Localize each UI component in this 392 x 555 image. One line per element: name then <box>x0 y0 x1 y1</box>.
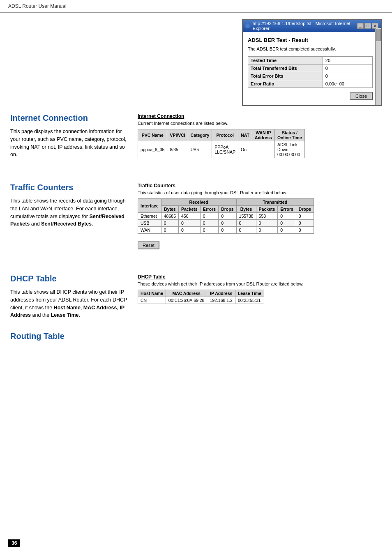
table-row: Tested Time 20 <box>248 57 373 64</box>
table-header-row: Host Name MAC Address IP Address Lease T… <box>138 290 264 297</box>
cell-pvc-name: pppoa_8_35 <box>138 141 167 158</box>
cell-r-drops: 0 <box>219 220 236 227</box>
browser-title: http://192.168.1.1/bertstop.tst - Micros… <box>253 21 357 31</box>
table-header-row-top: Interface Received Transmitted <box>138 199 314 206</box>
manual-title: ADSL Router User Manual <box>8 3 67 9</box>
ber-value-1: 0 <box>323 64 372 72</box>
browser-scrollbar[interactable] <box>375 28 381 105</box>
browser-content: ADSL BER Test - Result The ADSL BER test… <box>243 32 381 105</box>
table-row: CN 00:C1:26:0A:69:28 192.168.1.2 00:23:5… <box>138 297 264 304</box>
col-pvc-name: PVC Name <box>138 129 167 141</box>
cell-r-drops: 0 <box>219 227 236 234</box>
col-category: Category <box>188 129 212 141</box>
ber-value-3: 0.00e+00 <box>323 80 372 88</box>
cell-interface: USB <box>138 220 161 227</box>
ber-label-1: Total Transferred Bits <box>248 64 323 72</box>
cell-wan-ip <box>252 141 274 158</box>
cell-r-errors: 0 <box>200 220 219 227</box>
cell-status: ADSL LinkDown00:00:00:00 <box>274 141 304 158</box>
ber-page-title: ADSL BER Test - Result <box>248 37 373 43</box>
cell-t-bytes: 0 <box>236 220 256 227</box>
table-row: pppoa_8_35 8/35 UBR PPPoALLC/SNAP On ADS… <box>138 141 305 158</box>
cell-ip-address: 192.168.1.2 <box>207 297 235 304</box>
cell-t-drops: 0 <box>296 227 314 234</box>
cell-t-packets: 553 <box>256 213 278 220</box>
table-row: Total Transferred Bits 0 <box>248 64 373 72</box>
ber-value-0: 20 <box>323 57 372 64</box>
col-t-packets: Packets <box>256 206 278 213</box>
cell-r-packets: 0 <box>178 227 200 234</box>
internet-connection-table: PVC Name VPI/VCI Category Protocol NAT W… <box>138 129 305 158</box>
page-number: 36 <box>8 539 20 547</box>
cell-r-bytes: 48685 <box>161 213 178 220</box>
reset-button[interactable]: Reset <box>138 241 159 249</box>
page-header: ADSL Router User Manual <box>0 0 392 13</box>
col-r-errors: Errors <box>200 206 219 213</box>
cell-t-errors: 0 <box>278 213 296 220</box>
col-nat: NAT <box>238 129 252 141</box>
col-status: Status /Online Time <box>274 129 304 141</box>
col-interface: Interface <box>138 199 161 213</box>
internet-connection-section: Internet Connection This page displays t… <box>10 113 382 170</box>
col-t-bytes: Bytes <box>236 206 256 213</box>
cell-host-name: CN <box>138 297 166 304</box>
bold-host-name: Host Name <box>54 305 81 311</box>
col-mac-address: MAC Address <box>166 290 207 297</box>
cell-mac-address: 00:C1:26:0A:69:28 <box>166 297 207 304</box>
routing-table-section: Routing Table <box>10 332 382 341</box>
dhcp-table-description: This table shows all DHCP clients who ge… <box>10 288 129 319</box>
internet-connection-right: Internet Connection Current Internet con… <box>138 113 382 170</box>
internet-connection-description: This page displays the connection inform… <box>10 128 129 159</box>
cell-r-errors: 0 <box>200 213 219 220</box>
scrollbar-thumb <box>376 29 381 41</box>
ber-value-2: 0 <box>323 72 372 80</box>
close-btn-row: Close <box>248 92 373 100</box>
traffic-counters-panel: Traffic Counters This statistics of user… <box>138 183 382 249</box>
ber-label-3: Error Ratio <box>248 80 323 88</box>
col-r-drops: Drops <box>219 206 236 213</box>
bold-lease-time: Lease Time <box>51 312 79 318</box>
cell-nat: On <box>238 141 252 158</box>
cell-t-packets: 0 <box>256 220 278 227</box>
globe-icon <box>245 23 250 28</box>
bold-mac-address: MAC Address <box>83 305 117 311</box>
cell-t-errors: 0 <box>278 220 296 227</box>
table-row: Ethernet 48685 450 0 0 155738 553 0 0 <box>138 213 314 220</box>
traffic-counters-panel-title: Traffic Counters <box>138 183 382 189</box>
maximize-button[interactable]: □ <box>364 23 371 29</box>
traffic-counters-right: Traffic Counters This statistics of user… <box>138 183 382 262</box>
col-received: Received <box>161 199 236 206</box>
cell-t-bytes: 155738 <box>236 213 256 220</box>
internet-connection-panel: Internet Connection Current Internet con… <box>138 113 382 158</box>
traffic-counters-description: This table shows the records of data goi… <box>10 197 129 228</box>
col-t-drops: Drops <box>296 206 314 213</box>
browser-window: http://192.168.1.1/bertstop.tst - Micros… <box>242 19 382 106</box>
internet-connection-title: Internet Connection <box>10 113 129 123</box>
cell-interface: Ethernet <box>138 213 161 220</box>
table-header-row: PVC Name VPI/VCI Category Protocol NAT W… <box>138 129 305 141</box>
internet-connection-panel-title: Internet Connection <box>138 113 382 119</box>
cell-t-bytes: 0 <box>236 227 256 234</box>
cell-r-packets: 0 <box>178 220 200 227</box>
ber-label-0: Tested Time <box>248 57 323 64</box>
table-header-row-sub: Bytes Packets Errors Drops Bytes Packets… <box>138 206 314 213</box>
col-t-errors: Errors <box>278 206 296 213</box>
table-row: Error Ratio 0.00e+00 <box>248 80 373 88</box>
col-r-packets: Packets <box>178 206 200 213</box>
col-transmitted: Transmitted <box>236 199 314 206</box>
table-row: WAN 0 0 0 0 0 0 0 0 <box>138 227 314 234</box>
col-r-bytes: Bytes <box>161 206 178 213</box>
cell-r-bytes: 0 <box>161 220 178 227</box>
col-lease-time: Lease Time <box>235 290 264 297</box>
traffic-counters-panel-subtitle: This statistics of user data going throu… <box>138 190 382 195</box>
cell-interface: WAN <box>138 227 161 234</box>
traffic-counters-left: Traffic Counters This table shows the re… <box>10 183 129 228</box>
dhcp-table-left: DHCP Table This table shows all DHCP cli… <box>10 274 129 319</box>
close-button[interactable]: Close <box>350 92 373 100</box>
bold-bytes: Sent/Received Bytes <box>41 221 92 227</box>
browser-titlebar: http://192.168.1.1/bertstop.tst - Micros… <box>243 20 381 32</box>
minimize-button[interactable]: _ <box>357 23 364 29</box>
cell-r-bytes: 0 <box>161 227 178 234</box>
dhcp-table: Host Name MAC Address IP Address Lease T… <box>138 290 264 304</box>
col-protocol: Protocol <box>212 129 238 141</box>
